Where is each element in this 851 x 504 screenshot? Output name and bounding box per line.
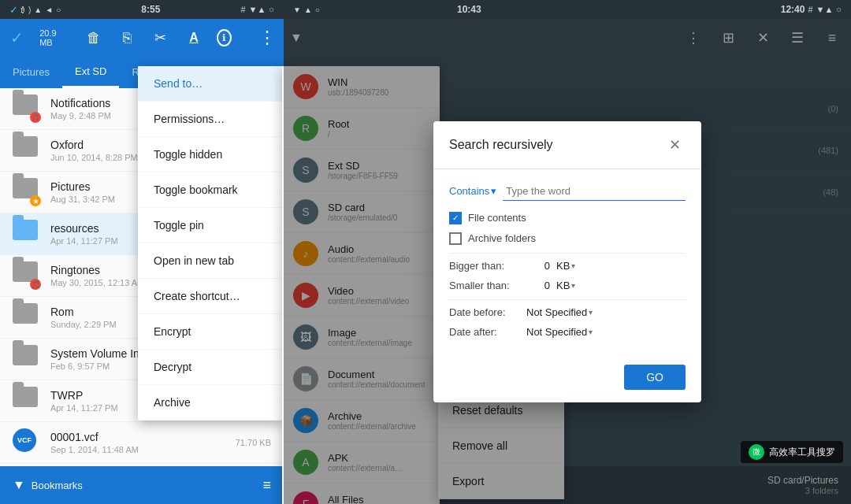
dialog-footer: GO [433, 358, 701, 402]
folder-icon-ringtones: 🎵 [13, 261, 41, 290]
wechat-icon: 微 [749, 444, 764, 460]
menu-item-send-to[interactable]: Send to… [138, 66, 284, 102]
file-contents-label: File contents [468, 212, 526, 224]
bigger-than-label: Bigger than: [449, 260, 520, 272]
menu-item-create-shortcut[interactable]: Create shortcut… [138, 279, 284, 314]
menu-item-toggle-pin[interactable]: Toggle pin [138, 208, 284, 243]
tab-pictures[interactable]: Pictures [0, 57, 62, 88]
folder-icon-twrp [13, 387, 41, 415]
divider1 [449, 253, 686, 254]
folder-icon-resources [13, 220, 41, 248]
search-input[interactable] [503, 182, 686, 201]
font-icon[interactable]: A [184, 25, 204, 50]
bigger-than-row: Bigger than: 0 KB ▾ [449, 260, 686, 272]
bigger-than-value: 0 [526, 260, 550, 272]
status-right-left: #▼▲○ [240, 5, 274, 14]
dialog-body: Contains ▾ ✓ File contents Archive fo [433, 169, 701, 358]
status-left-icons: ✓ ₿ ) ▲ ◄ ○ [9, 4, 61, 16]
check-icon[interactable]: ✓ [6, 25, 27, 50]
left-toolbar: ✓ 20.9 MB 🗑 ⎘ ✂ A ℹ ⋮ [0, 19, 284, 57]
menu-item-archive[interactable]: Archive [138, 385, 284, 421]
more-icon[interactable]: ⋮ [257, 25, 277, 50]
smaller-than-row: Smaller than: 0 KB ▾ [449, 280, 686, 291]
folder-icon-oxford [13, 136, 41, 165]
status-bar-left: ✓ ₿ ) ▲ ◄ ○ 8:55 #▼▲○ [0, 0, 284, 19]
bookmarks-list-icon[interactable]: ≡ [262, 477, 271, 494]
archive-folders-row: Archive folders [449, 232, 686, 245]
menu-item-toggle-hidden[interactable]: Toggle hidden [138, 137, 284, 172]
copy-icon[interactable]: ⎘ [117, 25, 137, 50]
menu-item-encrypt[interactable]: Encrypt [138, 314, 284, 350]
contains-arrow: ▾ [491, 185, 496, 197]
file-contents-checkbox[interactable]: ✓ [449, 212, 462, 224]
menu-item-permissions[interactable]: Permissions… [138, 102, 284, 137]
archive-folders-checkbox[interactable] [449, 232, 462, 245]
size-badge: 20.9 MB [39, 28, 71, 47]
vcf-icon: VCF [13, 428, 41, 457]
divider2 [449, 299, 686, 300]
search-dialog: Search recursively ✕ Contains ▾ ✓ [433, 121, 701, 402]
dialog-header: Search recursively ✕ [433, 121, 701, 169]
wechat-badge: 微 高效率工具搜罗 [741, 441, 843, 463]
file-meta: Sep 1, 2014, 11:48 AM [50, 445, 226, 454]
archive-folders-label: Archive folders [468, 232, 536, 244]
wechat-label: 高效率工具搜罗 [769, 446, 835, 459]
go-button[interactable]: GO [624, 365, 686, 390]
delete-icon[interactable]: 🗑 [84, 25, 104, 50]
date-after-arrow: ▾ [589, 328, 593, 336]
date-after-label: Date after: [449, 326, 520, 338]
bookmarks-label: Bookmarks [32, 480, 83, 491]
context-menu: Send to… Permissions… Toggle hidden Togg… [138, 66, 284, 421]
menu-item-toggle-bookmark[interactable]: Toggle bookmark [138, 172, 284, 208]
info-icon[interactable]: ℹ [217, 29, 232, 46]
folder-icon-pictures: ★ [13, 178, 41, 206]
menu-item-open-new-tab[interactable]: Open in new tab [138, 243, 284, 279]
status-bars: ✓ ₿ ) ▲ ◄ ○ 8:55 #▼▲○ ▼ ▲ ○ 10:43 12:40 … [0, 0, 851, 19]
tab-ext-sd[interactable]: Ext SD [62, 57, 119, 88]
smaller-than-arrow: ▾ [571, 281, 575, 290]
dialog-close-button[interactable]: ✕ [663, 134, 686, 156]
date-before-arrow: ▾ [589, 308, 593, 317]
list-item[interactable]: VCF 00001.vcf Sep 1, 2014, 11:48 AM 71.7… [0, 422, 284, 464]
smaller-than-label: Smaller than: [449, 280, 520, 291]
folder-icon-sysinfo [13, 345, 41, 373]
badge-overlay: 🎵 [30, 112, 41, 123]
bigger-than-arrow: ▾ [571, 261, 575, 270]
menu-item-decrypt[interactable]: Decrypt [138, 350, 284, 385]
status-time-left: 8:55 [141, 4, 160, 15]
date-after-value[interactable]: Not Specified ▾ [526, 326, 593, 338]
status-bar-right: ▼ ▲ ○ 10:43 12:40 #▼▲○ [284, 0, 851, 19]
bookmarks-chevron[interactable]: ▼ [13, 478, 25, 492]
cut-icon[interactable]: ✂ [151, 25, 171, 50]
file-contents-row: ✓ File contents [449, 212, 686, 224]
status-time-right: 12:40 [781, 4, 805, 15]
date-before-value[interactable]: Not Specified ▾ [526, 306, 593, 318]
dialog-overlay: Search recursively ✕ Contains ▾ ✓ [284, 19, 851, 504]
left-panel: ✓ 20.9 MB 🗑 ⎘ ✂ A ℹ ⋮ Pictures Ext SD Ro… [0, 19, 284, 504]
bookmarks-bar: ▼ Bookmarks ≡ [0, 466, 284, 504]
music-overlay: 🎵 [30, 279, 41, 290]
date-after-row: Date after: Not Specified ▾ [449, 326, 686, 338]
contains-row: Contains ▾ [449, 182, 686, 201]
smaller-than-value: 0 [526, 280, 550, 291]
folder-icon-rom [13, 303, 41, 332]
star-overlay: ★ [30, 195, 41, 206]
date-before-row: Date before: Not Specified ▾ [449, 306, 686, 318]
contains-label: Contains [449, 185, 489, 197]
file-name: 00001.vcf [50, 431, 226, 443]
status-left-right: ▼ ▲ ○ [293, 6, 320, 14]
dialog-title: Search recursively [449, 138, 553, 152]
contains-dropdown[interactable]: Contains ▾ [449, 185, 496, 197]
smaller-than-unit[interactable]: KB ▾ [556, 280, 575, 291]
right-panel: ▼ ⋮ ⊞ ✕ ☰ ≡ Pictures Root 🏳 Iran [284, 19, 851, 504]
file-details: 00001.vcf Sep 1, 2014, 11:48 AM [50, 431, 226, 454]
file-size: 71.70 KB [236, 438, 271, 447]
date-before-label: Date before: [449, 306, 520, 318]
check-mark: ✓ [452, 213, 459, 222]
folder-icon-notifications: 🎵 [13, 94, 41, 123]
status-right-icons: #▼▲○ [808, 5, 842, 14]
bigger-than-unit[interactable]: KB ▾ [556, 260, 575, 272]
status-time-mid: 10:43 [457, 4, 481, 15]
